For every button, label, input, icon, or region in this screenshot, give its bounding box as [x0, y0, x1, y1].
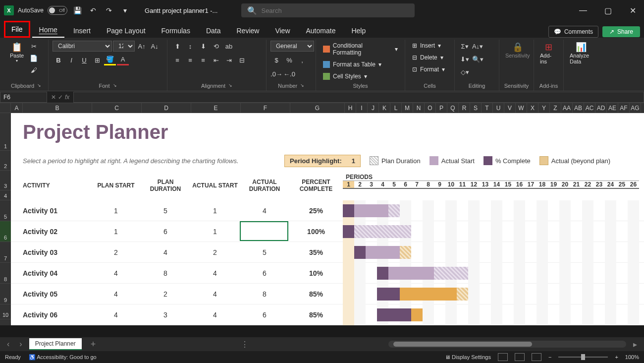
maximize-button[interactable]: ▢	[600, 3, 615, 18]
activity-name[interactable]: Activity 01	[11, 200, 91, 221]
qat-dropdown-icon[interactable]: ▾	[119, 4, 131, 16]
col-header[interactable]: X	[527, 103, 538, 113]
sheet-nav-prev[interactable]: ‹	[4, 340, 12, 349]
zoom-in-button[interactable]: +	[615, 354, 618, 360]
add-sheet-button[interactable]: +	[86, 339, 101, 350]
orientation-button[interactable]: ⟲	[210, 41, 222, 52]
col-header[interactable]: N	[413, 103, 425, 113]
col-header[interactable]: C	[92, 103, 142, 113]
close-button[interactable]: ✕	[625, 3, 640, 18]
horizontal-scrollbar[interactable]	[388, 341, 626, 348]
plan-start-cell[interactable]: 4	[91, 284, 141, 304]
tab-home[interactable]: Home	[32, 23, 64, 38]
row-header[interactable]: 10	[0, 304, 11, 319]
col-header[interactable]: P	[436, 103, 447, 113]
col-header[interactable]: AA	[561, 103, 573, 113]
align-right-button[interactable]: ≡	[197, 55, 209, 65]
col-header[interactable]: D	[142, 103, 191, 113]
formula-input[interactable]	[73, 92, 644, 103]
decrease-indent-button[interactable]: ⇤	[210, 55, 222, 65]
comma-button[interactable]: ,	[296, 55, 308, 65]
enter-formula-icon[interactable]: ✓	[58, 94, 63, 101]
percent-cell[interactable]: 100%	[289, 221, 343, 242]
activity-name[interactable]: Activity 03	[11, 242, 91, 262]
percent-cell[interactable]: 10%	[289, 263, 343, 283]
align-middle-button[interactable]: ↕	[184, 41, 196, 52]
search-box[interactable]: 🔍	[241, 3, 415, 17]
redo-icon[interactable]: ↷	[103, 4, 115, 16]
sheet-tab[interactable]: Project Planner	[29, 338, 82, 350]
actual-duration-cell[interactable]: 6	[240, 304, 289, 325]
actual-start-cell[interactable]: 2	[190, 242, 240, 262]
activity-name[interactable]: Activity 05	[11, 284, 91, 304]
col-header[interactable]: M	[402, 103, 413, 113]
autosave-toggle[interactable]: Off	[48, 6, 67, 15]
cell-styles-button[interactable]: Cell Styles ▾	[320, 71, 370, 81]
period-highlight[interactable]: Period Highlight:1	[284, 155, 361, 167]
tab-automate[interactable]: Automate	[299, 24, 343, 38]
cancel-formula-icon[interactable]: ✕	[51, 94, 56, 101]
tab-options-icon[interactable]: ⋮	[241, 340, 249, 349]
tab-view[interactable]: View	[268, 24, 297, 38]
undo-icon[interactable]: ↶	[87, 4, 99, 16]
align-top-button[interactable]: ⬆	[171, 41, 183, 52]
find-button[interactable]: 🔍▾	[472, 54, 483, 64]
name-box[interactable]	[0, 92, 47, 103]
col-header[interactable]: W	[516, 103, 527, 113]
row-header[interactable]: 2	[0, 151, 11, 171]
actual-duration-cell[interactable]: 4	[240, 200, 289, 221]
plan-duration-cell[interactable]: 4	[141, 242, 190, 262]
sensitivity-button[interactable]: 🔒Sensitivity	[503, 41, 532, 60]
fill-button[interactable]: ⬇▾	[459, 54, 471, 64]
number-launcher-icon[interactable]: ↘	[300, 83, 304, 89]
plan-duration-cell[interactable]: 5	[141, 200, 190, 221]
plan-duration-cell[interactable]: 2	[141, 284, 190, 304]
actual-start-cell[interactable]: 4	[190, 304, 240, 325]
wrap-text-button[interactable]: ab	[223, 41, 235, 52]
col-header[interactable]: G	[290, 103, 345, 113]
col-header[interactable]: B	[23, 103, 92, 113]
insert-cells-button[interactable]: ⊞Insert ▾	[409, 41, 444, 51]
page-layout-view-button[interactable]	[515, 353, 525, 361]
merge-button[interactable]: ⊟	[236, 55, 248, 65]
increase-indent-button[interactable]: ⇥	[223, 55, 235, 65]
format-cells-button[interactable]: ⊡Format ▾	[409, 64, 448, 74]
row-header[interactable]: 4	[0, 190, 11, 200]
decrease-decimal-button[interactable]: ←.0	[283, 68, 295, 79]
tab-help[interactable]: Help	[344, 24, 373, 38]
col-header[interactable]: H	[345, 103, 356, 113]
col-header[interactable]: A	[11, 103, 23, 113]
tab-insert[interactable]: Insert	[66, 24, 98, 38]
plan-duration-cell[interactable]: 3	[141, 304, 190, 325]
comments-button[interactable]: 💬Comments	[548, 26, 598, 38]
file-tab[interactable]: File	[4, 21, 30, 38]
col-header[interactable]: S	[470, 103, 482, 113]
col-header[interactable]: U	[493, 103, 504, 113]
scroll-right[interactable]: ▸	[630, 340, 640, 349]
col-header[interactable]: O	[425, 103, 436, 113]
bold-button[interactable]: B	[53, 55, 64, 65]
col-header[interactable]: Q	[447, 103, 459, 113]
activity-name[interactable]: Activity 02	[11, 221, 91, 242]
zoom-level[interactable]: 100%	[625, 354, 639, 360]
addins-button[interactable]: ⊞Add-ins	[538, 41, 559, 65]
col-header[interactable]: AB	[573, 103, 584, 113]
font-size-select[interactable]: 12	[113, 41, 135, 52]
search-input[interactable]	[261, 7, 409, 14]
col-header[interactable]: V	[504, 103, 516, 113]
align-center-button[interactable]: ≡	[184, 55, 196, 65]
copy-button[interactable]: 📄	[28, 53, 40, 63]
percent-cell[interactable]: 85%	[289, 284, 343, 304]
row-header[interactable]: 9	[0, 284, 11, 304]
col-header[interactable]: J	[368, 103, 379, 113]
actual-duration-cell[interactable]: 6	[240, 263, 289, 283]
normal-view-button[interactable]	[498, 353, 508, 361]
plan-duration-cell[interactable]: 6	[141, 221, 190, 242]
col-header[interactable]: Z	[550, 103, 561, 113]
plan-duration-cell[interactable]: 8	[141, 263, 190, 283]
clear-button[interactable]: ◇▾	[459, 66, 471, 77]
border-button[interactable]: ⊞	[91, 55, 103, 65]
tab-review[interactable]: Review	[230, 24, 267, 38]
plan-start-cell[interactable]: 4	[91, 263, 141, 283]
share-button[interactable]: ↗Share	[602, 26, 640, 37]
